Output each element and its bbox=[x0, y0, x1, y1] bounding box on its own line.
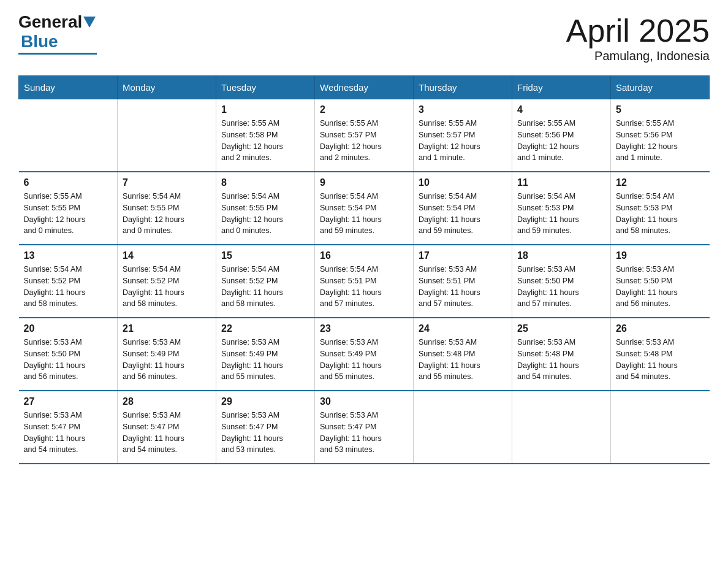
day-number: 14 bbox=[123, 250, 211, 261]
calendar-week-row: 1Sunrise: 5:55 AMSunset: 5:58 PMDaylight… bbox=[19, 99, 710, 172]
day-number: 8 bbox=[221, 177, 309, 188]
day-info: Sunrise: 5:54 AMSunset: 5:54 PMDaylight:… bbox=[419, 191, 507, 237]
day-info: Sunrise: 5:54 AMSunset: 5:51 PMDaylight:… bbox=[320, 264, 408, 310]
day-info: Sunrise: 5:53 AMSunset: 5:50 PMDaylight:… bbox=[616, 264, 705, 310]
day-number: 2 bbox=[320, 104, 408, 115]
calendar-cell: 26Sunrise: 5:53 AMSunset: 5:48 PMDayligh… bbox=[611, 318, 710, 391]
calendar-location: Pamulang, Indonesia bbox=[566, 49, 710, 63]
day-info: Sunrise: 5:53 AMSunset: 5:49 PMDaylight:… bbox=[123, 337, 211, 383]
calendar-cell: 16Sunrise: 5:54 AMSunset: 5:51 PMDayligh… bbox=[315, 245, 414, 318]
calendar-week-row: 6Sunrise: 5:55 AMSunset: 5:55 PMDaylight… bbox=[19, 172, 710, 245]
calendar-cell: 17Sunrise: 5:53 AMSunset: 5:51 PMDayligh… bbox=[414, 245, 512, 318]
calendar-cell bbox=[19, 99, 118, 172]
day-number: 17 bbox=[419, 250, 507, 261]
header-thursday: Thursday bbox=[414, 76, 512, 99]
header-saturday: Saturday bbox=[611, 76, 710, 99]
day-number: 26 bbox=[616, 323, 705, 334]
day-info: Sunrise: 5:54 AMSunset: 5:55 PMDaylight:… bbox=[123, 191, 211, 237]
calendar-cell: 21Sunrise: 5:53 AMSunset: 5:49 PMDayligh… bbox=[118, 318, 216, 391]
calendar-cell: 7Sunrise: 5:54 AMSunset: 5:55 PMDaylight… bbox=[118, 172, 216, 245]
day-info: Sunrise: 5:54 AMSunset: 5:52 PMDaylight:… bbox=[221, 264, 309, 310]
calendar-cell: 23Sunrise: 5:53 AMSunset: 5:49 PMDayligh… bbox=[315, 318, 414, 391]
day-number: 13 bbox=[24, 250, 113, 261]
day-number: 1 bbox=[221, 104, 309, 115]
calendar-cell: 3Sunrise: 5:55 AMSunset: 5:57 PMDaylight… bbox=[414, 99, 512, 172]
logo-general-text: General bbox=[18, 12, 82, 32]
day-info: Sunrise: 5:55 AMSunset: 5:57 PMDaylight:… bbox=[419, 118, 507, 164]
calendar-cell: 15Sunrise: 5:54 AMSunset: 5:52 PMDayligh… bbox=[216, 245, 315, 318]
day-number: 23 bbox=[320, 323, 408, 334]
day-info: Sunrise: 5:53 AMSunset: 5:47 PMDaylight:… bbox=[123, 410, 211, 456]
calendar-cell: 6Sunrise: 5:55 AMSunset: 5:55 PMDaylight… bbox=[19, 172, 118, 245]
calendar-cell: 28Sunrise: 5:53 AMSunset: 5:47 PMDayligh… bbox=[118, 391, 216, 464]
day-info: Sunrise: 5:53 AMSunset: 5:48 PMDaylight:… bbox=[517, 337, 605, 383]
calendar-cell: 30Sunrise: 5:53 AMSunset: 5:47 PMDayligh… bbox=[315, 391, 414, 464]
header-sunday: Sunday bbox=[19, 76, 118, 99]
header-wednesday: Wednesday bbox=[315, 76, 414, 99]
calendar-cell: 20Sunrise: 5:53 AMSunset: 5:50 PMDayligh… bbox=[19, 318, 118, 391]
day-number: 6 bbox=[24, 177, 113, 188]
calendar-title: April 2025 bbox=[566, 12, 710, 49]
day-number: 28 bbox=[123, 396, 211, 407]
day-info: Sunrise: 5:53 AMSunset: 5:47 PMDaylight:… bbox=[24, 410, 113, 456]
day-info: Sunrise: 5:53 AMSunset: 5:49 PMDaylight:… bbox=[320, 337, 408, 383]
day-number: 16 bbox=[320, 250, 408, 261]
logo-blue-text: Blue bbox=[21, 32, 58, 51]
calendar-cell: 9Sunrise: 5:54 AMSunset: 5:54 PMDaylight… bbox=[315, 172, 414, 245]
day-number: 27 bbox=[24, 396, 113, 407]
day-info: Sunrise: 5:54 AMSunset: 5:53 PMDaylight:… bbox=[616, 191, 705, 237]
day-info: Sunrise: 5:53 AMSunset: 5:50 PMDaylight:… bbox=[24, 337, 113, 383]
calendar-week-row: 13Sunrise: 5:54 AMSunset: 5:52 PMDayligh… bbox=[19, 245, 710, 318]
header-friday: Friday bbox=[512, 76, 611, 99]
calendar-week-row: 27Sunrise: 5:53 AMSunset: 5:47 PMDayligh… bbox=[19, 391, 710, 464]
calendar-cell: 25Sunrise: 5:53 AMSunset: 5:48 PMDayligh… bbox=[512, 318, 611, 391]
logo-triangle-icon bbox=[83, 17, 96, 28]
day-info: Sunrise: 5:53 AMSunset: 5:50 PMDaylight:… bbox=[517, 264, 605, 310]
day-info: Sunrise: 5:55 AMSunset: 5:55 PMDaylight:… bbox=[24, 191, 113, 237]
day-number: 15 bbox=[221, 250, 309, 261]
day-info: Sunrise: 5:53 AMSunset: 5:47 PMDaylight:… bbox=[320, 410, 408, 456]
day-number: 7 bbox=[123, 177, 211, 188]
header-monday: Monday bbox=[118, 76, 216, 99]
day-number: 10 bbox=[419, 177, 507, 188]
calendar-cell: 29Sunrise: 5:53 AMSunset: 5:47 PMDayligh… bbox=[216, 391, 315, 464]
calendar-cell: 1Sunrise: 5:55 AMSunset: 5:58 PMDaylight… bbox=[216, 99, 315, 172]
logo: General Blue bbox=[18, 12, 97, 55]
day-number: 19 bbox=[616, 250, 705, 261]
calendar-cell: 19Sunrise: 5:53 AMSunset: 5:50 PMDayligh… bbox=[611, 245, 710, 318]
calendar-cell bbox=[118, 99, 216, 172]
calendar-cell: 24Sunrise: 5:53 AMSunset: 5:48 PMDayligh… bbox=[414, 318, 512, 391]
title-section: April 2025 Pamulang, Indonesia bbox=[566, 12, 710, 63]
calendar-cell: 4Sunrise: 5:55 AMSunset: 5:56 PMDaylight… bbox=[512, 99, 611, 172]
day-number: 4 bbox=[517, 104, 605, 115]
calendar-cell: 5Sunrise: 5:55 AMSunset: 5:56 PMDaylight… bbox=[611, 99, 710, 172]
calendar-cell: 11Sunrise: 5:54 AMSunset: 5:53 PMDayligh… bbox=[512, 172, 611, 245]
day-number: 3 bbox=[419, 104, 507, 115]
calendar-cell: 8Sunrise: 5:54 AMSunset: 5:55 PMDaylight… bbox=[216, 172, 315, 245]
day-number: 30 bbox=[320, 396, 408, 407]
calendar-week-row: 20Sunrise: 5:53 AMSunset: 5:50 PMDayligh… bbox=[19, 318, 710, 391]
day-number: 21 bbox=[123, 323, 211, 334]
calendar-cell: 2Sunrise: 5:55 AMSunset: 5:57 PMDaylight… bbox=[315, 99, 414, 172]
day-info: Sunrise: 5:53 AMSunset: 5:49 PMDaylight:… bbox=[221, 337, 309, 383]
day-info: Sunrise: 5:54 AMSunset: 5:53 PMDaylight:… bbox=[517, 191, 605, 237]
calendar-cell: 14Sunrise: 5:54 AMSunset: 5:52 PMDayligh… bbox=[118, 245, 216, 318]
day-info: Sunrise: 5:55 AMSunset: 5:56 PMDaylight:… bbox=[517, 118, 605, 164]
day-number: 24 bbox=[419, 323, 507, 334]
day-info: Sunrise: 5:54 AMSunset: 5:52 PMDaylight:… bbox=[123, 264, 211, 310]
day-number: 25 bbox=[517, 323, 605, 334]
calendar-cell bbox=[512, 391, 611, 464]
day-number: 22 bbox=[221, 323, 309, 334]
day-number: 9 bbox=[320, 177, 408, 188]
calendar-cell bbox=[611, 391, 710, 464]
day-info: Sunrise: 5:54 AMSunset: 5:52 PMDaylight:… bbox=[24, 264, 113, 310]
logo-underline bbox=[18, 53, 97, 55]
calendar-cell: 27Sunrise: 5:53 AMSunset: 5:47 PMDayligh… bbox=[19, 391, 118, 464]
day-number: 5 bbox=[616, 104, 705, 115]
day-number: 12 bbox=[616, 177, 705, 188]
calendar-cell: 12Sunrise: 5:54 AMSunset: 5:53 PMDayligh… bbox=[611, 172, 710, 245]
day-number: 20 bbox=[24, 323, 113, 334]
page-header: General Blue April 2025 Pamulang, Indone… bbox=[18, 12, 710, 63]
day-info: Sunrise: 5:55 AMSunset: 5:58 PMDaylight:… bbox=[221, 118, 309, 164]
day-info: Sunrise: 5:53 AMSunset: 5:48 PMDaylight:… bbox=[419, 337, 507, 383]
